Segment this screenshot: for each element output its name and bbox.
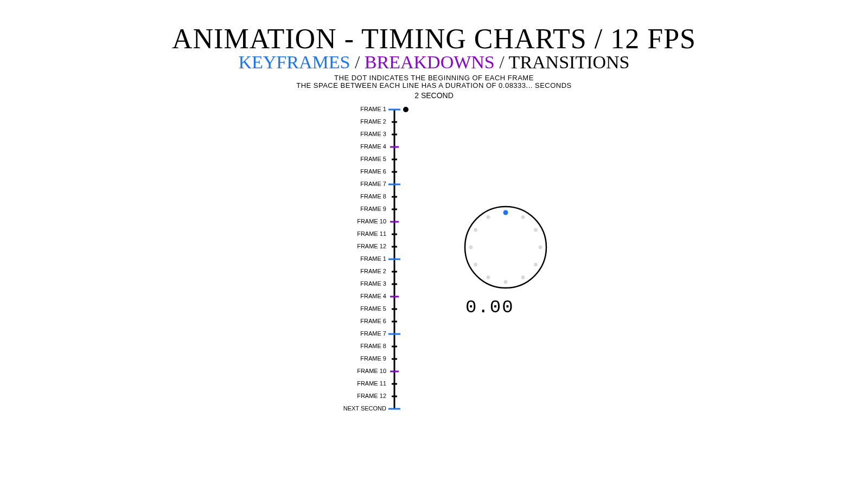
clock-dot	[474, 228, 477, 232]
clock-dot	[521, 215, 525, 219]
clock-dot	[474, 263, 477, 267]
clock-dot	[539, 246, 542, 249]
clock-ring	[465, 207, 546, 288]
clock-face	[0, 0, 868, 488]
clock-dot-active	[503, 210, 508, 215]
time-counter: 0.00	[465, 297, 514, 318]
clock-dot	[504, 280, 508, 284]
clock-dot	[487, 215, 490, 219]
clock-dot	[469, 246, 473, 249]
clock-dot	[534, 263, 538, 267]
clock-dot	[487, 275, 490, 279]
clock-dot	[521, 275, 525, 279]
clock-dot	[534, 228, 538, 232]
